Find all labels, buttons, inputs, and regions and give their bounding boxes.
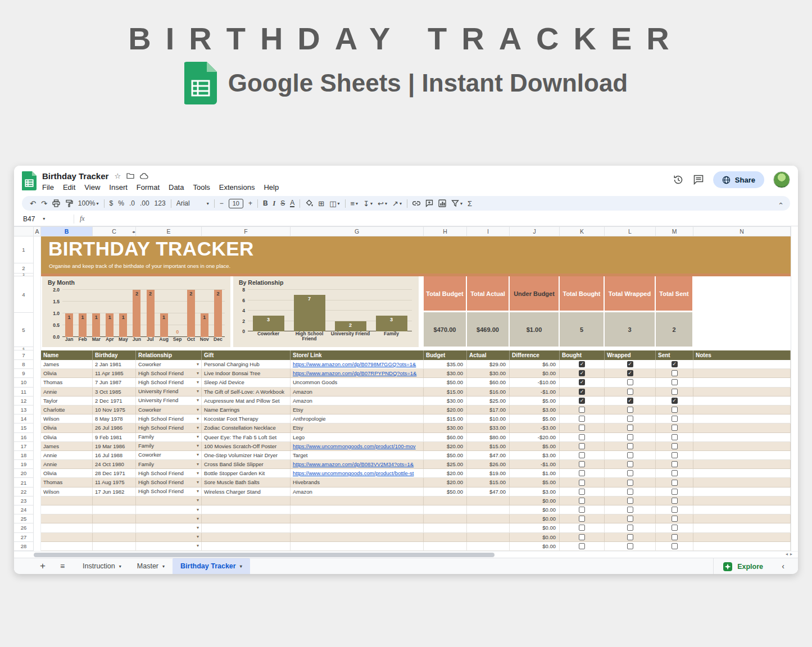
cell-notes[interactable] [693, 469, 791, 478]
menu-file[interactable]: File [42, 183, 54, 192]
cell-difference[interactable]: $3.00 [510, 405, 560, 414]
store-link[interactable]: https://www.amazon.com/dp/B07RPYPNDQ?ots… [293, 370, 416, 376]
cell-budget[interactable]: $50.00 [424, 487, 467, 496]
name-box[interactable]: B47 ▾ [14, 215, 68, 223]
cell-difference[interactable]: $5.00 [510, 478, 560, 487]
cell-name[interactable] [41, 505, 93, 514]
dropdown-arrow-icon[interactable]: ▾ [197, 462, 199, 467]
cell-gift[interactable] [202, 523, 291, 532]
checkbox-bought-checked[interactable]: ✓ [579, 398, 585, 404]
cell-gift[interactable]: One-Step Volumizer Hair Dryer [202, 451, 291, 460]
cell-actual[interactable] [467, 533, 510, 542]
cell-budget[interactable]: $50.00 [424, 378, 467, 387]
strikethrough-icon[interactable]: S [280, 199, 285, 207]
checkbox-wrapped-unchecked[interactable] [627, 379, 633, 385]
cell-gift[interactable]: Zodiac Constellation Necklace [202, 423, 291, 432]
cell-notes[interactable] [693, 496, 791, 505]
sheet-tab-instruction[interactable]: Instruction▾ [75, 558, 129, 575]
cell-bought[interactable]: ✓ [560, 378, 605, 387]
cell-actual[interactable]: $15.00 [467, 478, 510, 487]
cell-wrapped[interactable]: ✓ [605, 397, 656, 405]
document-title[interactable]: Birthday Tracker [42, 171, 108, 181]
row-header-17[interactable]: 17 [14, 442, 34, 451]
menu-format[interactable]: Format [137, 183, 160, 192]
cell-actual[interactable] [467, 496, 510, 505]
cell-birthday[interactable]: 24 Oct 1980 [93, 460, 136, 469]
dropdown-arrow-icon[interactable]: ▾ [197, 417, 199, 421]
cell-difference[interactable]: -$10.00 [510, 378, 560, 387]
cell-store[interactable] [291, 514, 424, 523]
cell-sent[interactable] [656, 496, 693, 505]
dropdown-arrow-icon[interactable]: ▾ [197, 517, 199, 521]
cell-birthday[interactable]: 26 Jul 1986 [93, 423, 136, 432]
cell-difference[interactable]: $6.00 [510, 360, 560, 369]
cell-difference[interactable]: $1.00 [510, 469, 560, 478]
increase-font-size-icon[interactable]: + [248, 199, 252, 207]
row-header-22[interactable]: 22 [14, 487, 34, 496]
cell-birthday[interactable] [93, 505, 136, 514]
insert-comment-icon[interactable] [425, 199, 433, 207]
checkbox-sent-unchecked[interactable] [672, 470, 678, 476]
store-link[interactable]: https://www.amazon.com/dp/B083VV2M34?ots… [293, 461, 414, 467]
store-link[interactable]: https://www.uncommongoods.com/product/bo… [293, 470, 414, 476]
dropdown-arrow-icon[interactable]: ▾ [197, 535, 199, 539]
cell-name[interactable]: Charlotte [41, 405, 93, 414]
row-header-2[interactable]: 2 [14, 263, 34, 274]
vertical-scrollbar[interactable] [791, 226, 798, 551]
cell-sent[interactable]: ✓ [656, 360, 693, 369]
cell-store[interactable] [291, 533, 424, 542]
cell-actual[interactable] [467, 514, 510, 523]
cell-store[interactable]: Uncommon Goods [291, 378, 424, 387]
row-header-8[interactable]: 8 [14, 360, 34, 369]
cell-notes[interactable] [693, 442, 791, 451]
cell-notes[interactable] [693, 388, 791, 397]
cell-notes[interactable] [693, 514, 791, 523]
cell-gift[interactable]: Wireless Charger Stand [202, 487, 291, 496]
cell-relationship[interactable]: High School Friend▾ [136, 469, 202, 478]
cell-budget[interactable]: $20.00 [424, 478, 467, 487]
cell-notes[interactable] [693, 478, 791, 487]
checkbox-bought-checked[interactable]: ✓ [579, 361, 585, 367]
account-avatar[interactable] [773, 171, 790, 188]
cell-name[interactable]: Wilson [41, 487, 93, 496]
text-rotation-icon[interactable]: ↗▾ [392, 199, 402, 208]
cell-sent[interactable] [656, 505, 693, 514]
cell-birthday[interactable]: 8 May 1978 [93, 414, 136, 423]
cell-sent[interactable] [656, 388, 693, 397]
cell-wrapped[interactable] [605, 388, 656, 397]
cell-gift[interactable]: Bottle Stopper Garden Kit [202, 469, 291, 478]
cell-relationship[interactable]: ▾ [136, 533, 202, 542]
cell-notes[interactable] [693, 405, 791, 414]
cell-name[interactable]: Annie [41, 460, 93, 469]
cell-sent[interactable] [656, 542, 693, 551]
checkbox-wrapped-unchecked[interactable] [627, 543, 633, 549]
italic-icon[interactable]: I [273, 199, 276, 208]
cell-store[interactable]: Amazon [291, 397, 424, 405]
cell-sent[interactable] [656, 487, 693, 496]
collapse-toolbar-icon[interactable]: ‹ [777, 202, 785, 204]
cell-actual[interactable]: $33.00 [467, 423, 510, 432]
cell-store[interactable]: Target [291, 451, 424, 460]
row-header-10[interactable]: 10 [14, 378, 34, 387]
cell-notes[interactable] [693, 460, 791, 469]
checkbox-bought-unchecked[interactable] [579, 416, 585, 422]
cell-sent[interactable] [656, 460, 693, 469]
row-header-14[interactable]: 14 [14, 414, 34, 423]
checkbox-wrapped-unchecked[interactable] [627, 416, 633, 422]
cell-sent[interactable] [656, 451, 693, 460]
version-history-icon[interactable] [673, 174, 684, 185]
cell-budget[interactable]: $20.00 [424, 405, 467, 414]
filter-icon[interactable]: ▾ [451, 199, 462, 207]
dropdown-arrow-icon[interactable]: ▾ [197, 426, 199, 430]
cell-store[interactable] [291, 542, 424, 551]
cell-difference[interactable]: $0.00 [510, 533, 560, 542]
cell-birthday[interactable]: 17 Jun 1982 [93, 487, 136, 496]
dropdown-arrow-icon[interactable]: ▾ [197, 498, 199, 503]
dropdown-arrow-icon[interactable]: ▾ [197, 435, 199, 439]
cell-relationship[interactable]: High School Friend▾ [136, 414, 202, 423]
cell-birthday[interactable]: 2 Jan 1981 [93, 360, 136, 369]
cell-sent[interactable] [656, 533, 693, 542]
cell-bought[interactable] [560, 496, 605, 505]
horizontal-align-icon[interactable]: ≡▾ [351, 199, 359, 208]
checkbox-wrapped-unchecked[interactable] [627, 434, 633, 440]
